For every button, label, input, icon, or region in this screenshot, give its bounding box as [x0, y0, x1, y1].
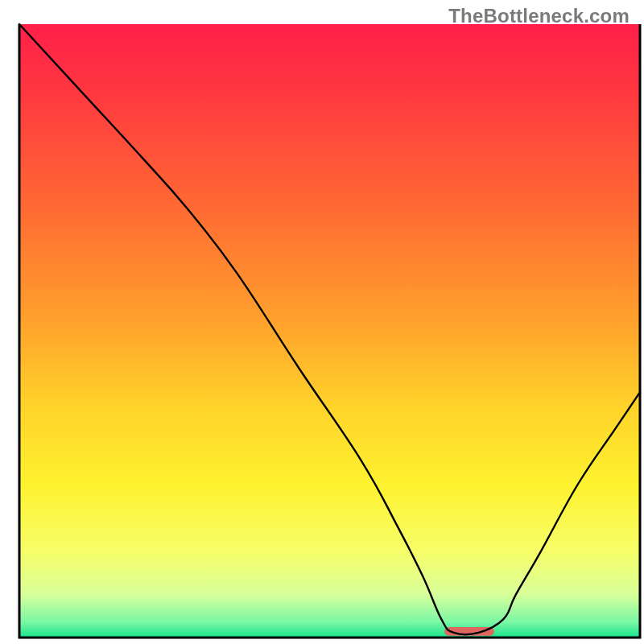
plot-background: [19, 24, 640, 638]
chart-container: TheBottleneck.com: [0, 0, 644, 644]
bottleneck-chart: [0, 0, 644, 644]
